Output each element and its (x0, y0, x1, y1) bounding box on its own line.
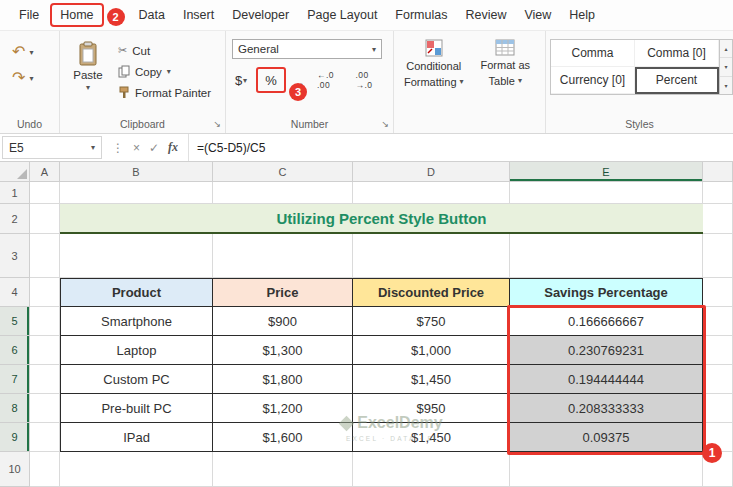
column-header-d[interactable]: D (353, 162, 510, 182)
column-header-f[interactable] (703, 162, 733, 182)
cell-e6[interactable]: 0.230769231 (510, 336, 703, 365)
column-header-a[interactable]: A (30, 162, 60, 182)
cell-c6[interactable]: $1,300 (213, 336, 353, 365)
cell-a9[interactable] (30, 423, 60, 452)
cell-d3[interactable] (353, 234, 510, 278)
cell-style-percent[interactable]: Percent (635, 67, 719, 94)
cell-style-comma[interactable]: Comma (551, 40, 635, 67)
cell-style-currency-0[interactable]: Currency [0] (551, 67, 635, 94)
cell-a6[interactable] (30, 336, 60, 365)
cell-d9[interactable]: $1,450 (353, 423, 510, 452)
gallery-more-button[interactable]: ▾ (720, 77, 732, 94)
cell-d8[interactable]: $950 (353, 394, 510, 423)
cell-c10[interactable] (213, 452, 353, 487)
row-header-2[interactable]: 2 (0, 204, 30, 234)
cell-b6[interactable]: Laptop (60, 336, 213, 365)
menu-data[interactable]: Data (130, 3, 174, 27)
undo-button[interactable]: ↶ ▾ (12, 45, 53, 59)
table-header-product[interactable]: Product (60, 278, 213, 307)
cell-c7[interactable]: $1,800 (213, 365, 353, 394)
cell-a2[interactable] (30, 204, 60, 234)
table-header-price[interactable]: Price (213, 278, 353, 307)
cell-f8[interactable] (703, 394, 733, 423)
gallery-scroll-down-button[interactable]: ▾ (720, 58, 732, 76)
cell-f4[interactable] (703, 278, 733, 307)
cell-e1[interactable] (510, 182, 703, 204)
row-header-10[interactable]: 10 (0, 452, 30, 487)
row-header-7[interactable]: 7 (0, 365, 30, 394)
cell-d1[interactable] (353, 182, 510, 204)
cell-f7[interactable] (703, 365, 733, 394)
menu-developer[interactable]: Developer (223, 3, 298, 27)
row-header-4[interactable]: 4 (0, 278, 30, 307)
menu-file[interactable]: File (10, 3, 48, 27)
row-header-1[interactable]: 1 (0, 182, 30, 204)
cell-b10[interactable] (60, 452, 213, 487)
clipboard-dialog-launcher[interactable]: ↘ (213, 119, 221, 129)
menu-formulas[interactable]: Formulas (386, 3, 456, 27)
cell-d6[interactable]: $1,000 (353, 336, 510, 365)
cell-f2[interactable] (703, 204, 733, 234)
gallery-scroll-up-button[interactable]: ▴ (720, 40, 732, 58)
menu-help[interactable]: Help (560, 3, 604, 27)
decrease-decimal-button[interactable]: .00 →.0 (353, 69, 388, 91)
cell-b7[interactable]: Custom PC (60, 365, 213, 394)
cell-f6[interactable] (703, 336, 733, 365)
cell-d7[interactable]: $1,450 (353, 365, 510, 394)
cell-b8[interactable]: Pre-built PC (60, 394, 213, 423)
cell-b1[interactable] (60, 182, 213, 204)
copy-button[interactable]: Copy ▾ (118, 65, 211, 78)
name-box[interactable]: E5 ▾ (2, 136, 102, 159)
row-header-6[interactable]: 6 (0, 336, 30, 365)
increase-decimal-button[interactable]: ←.0 .00 (314, 69, 349, 91)
cell-b5[interactable]: Smartphone (60, 307, 213, 336)
column-header-c[interactable]: C (213, 162, 353, 182)
cell-f1[interactable] (703, 182, 733, 204)
cell-e8[interactable]: 0.208333333 (510, 394, 703, 423)
cell-c5[interactable]: $900 (213, 307, 353, 336)
row-header-3[interactable]: 3 (0, 234, 30, 278)
cell-e3[interactable] (510, 234, 703, 278)
cell-e9[interactable]: 0.09375 (510, 423, 703, 452)
number-format-dropdown[interactable]: General ▾ (232, 39, 382, 59)
number-dialog-launcher[interactable]: ↘ (381, 119, 389, 129)
cell-e5-active[interactable]: 0.166666667 (510, 307, 703, 336)
cell-f3[interactable] (703, 234, 733, 278)
cell-c9[interactable]: $1,600 (213, 423, 353, 452)
percent-style-button[interactable]: % (262, 69, 280, 91)
conditional-formatting-button[interactable]: Conditional Formatting ▾ (400, 39, 468, 115)
menu-page-layout[interactable]: Page Layout (298, 3, 386, 27)
cell-d10[interactable] (353, 452, 510, 487)
cell-f5[interactable] (703, 307, 733, 336)
cell-a10[interactable] (30, 452, 60, 487)
table-header-savings-percentage[interactable]: Savings Percentage (510, 278, 703, 307)
row-header-9[interactable]: 9 (0, 423, 30, 452)
column-header-b[interactable]: B (60, 162, 213, 182)
cell-b9[interactable]: IPad (60, 423, 213, 452)
redo-button[interactable]: ↷ ▾ (12, 71, 53, 85)
cell-e10[interactable] (510, 452, 703, 487)
cell-c1[interactable] (213, 182, 353, 204)
enter-icon[interactable]: ✓ (149, 141, 159, 155)
cell-style-comma-0[interactable]: Comma [0] (635, 40, 719, 67)
cell-a4[interactable] (30, 278, 60, 307)
cut-button[interactable]: ✂ Cut (118, 44, 211, 57)
cell-d5[interactable]: $750 (353, 307, 510, 336)
row-header-5[interactable]: 5 (0, 307, 30, 336)
cell-c8[interactable]: $1,200 (213, 394, 353, 423)
formula-input[interactable]: =(C5-D5)/C5 (188, 134, 733, 161)
format-as-table-button[interactable]: Format as Table ▾ (472, 39, 540, 115)
menu-review[interactable]: Review (456, 3, 515, 27)
row-header-8[interactable]: 8 (0, 394, 30, 423)
paste-button[interactable]: Paste ▾ (66, 39, 110, 115)
sheet-title-cell[interactable]: Utilizing Percent Style Button (60, 204, 703, 234)
menu-home[interactable]: Home 2 (50, 3, 103, 27)
insert-function-button[interactable]: fx (168, 140, 178, 155)
cell-a7[interactable] (30, 365, 60, 394)
accounting-format-button[interactable]: $ ▾ (232, 69, 250, 91)
cell-b3[interactable] (60, 234, 213, 278)
menu-insert[interactable]: Insert (174, 3, 223, 27)
cancel-icon[interactable]: × (133, 141, 140, 155)
table-header-discounted-price[interactable]: Discounted Price (353, 278, 510, 307)
cell-a1[interactable] (30, 182, 60, 204)
